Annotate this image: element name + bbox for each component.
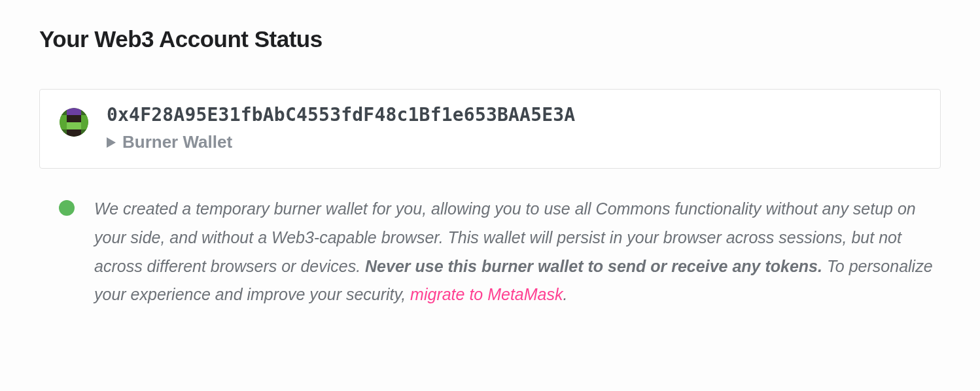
- status-text-part3: .: [563, 285, 568, 303]
- chevron-right-icon: [107, 137, 116, 148]
- status-section: We created a temporary burner wallet for…: [39, 195, 941, 309]
- svg-rect-14: [60, 129, 67, 137]
- svg-rect-4: [74, 108, 81, 115]
- wallet-address: 0x4F28A95E31fbAbC4553fdF48c1Bf1e653BAA5E…: [107, 104, 575, 126]
- account-card: 0x4F28A95E31fbAbC4553fdF48c1Bf1e653BAA5E…: [39, 89, 941, 169]
- svg-rect-5: [81, 108, 88, 115]
- svg-rect-10: [60, 122, 67, 129]
- svg-rect-9: [81, 115, 88, 122]
- svg-rect-12: [74, 122, 81, 129]
- svg-rect-17: [81, 129, 88, 137]
- account-info: 0x4F28A95E31fbAbC4553fdF48c1Bf1e653BAA5E…: [107, 104, 575, 152]
- status-indicator-icon: [59, 200, 75, 216]
- svg-rect-13: [81, 122, 88, 129]
- svg-rect-6: [60, 115, 67, 122]
- migrate-metamask-link[interactable]: migrate to MetaMask: [410, 285, 563, 303]
- wallet-type-label: Burner Wallet: [122, 132, 232, 152]
- svg-rect-3: [67, 108, 74, 115]
- wallet-avatar: [60, 108, 88, 137]
- svg-rect-2: [60, 108, 67, 115]
- svg-rect-15: [67, 129, 74, 137]
- svg-rect-8: [74, 115, 81, 122]
- svg-rect-16: [74, 129, 81, 137]
- status-message: We created a temporary burner wallet for…: [94, 195, 934, 309]
- svg-rect-7: [67, 115, 74, 122]
- status-text-bold: Never use this burner wallet to send or …: [365, 257, 822, 275]
- wallet-type-toggle[interactable]: Burner Wallet: [107, 132, 575, 152]
- svg-rect-11: [67, 122, 74, 129]
- page-title: Your Web3 Account Status: [39, 26, 941, 52]
